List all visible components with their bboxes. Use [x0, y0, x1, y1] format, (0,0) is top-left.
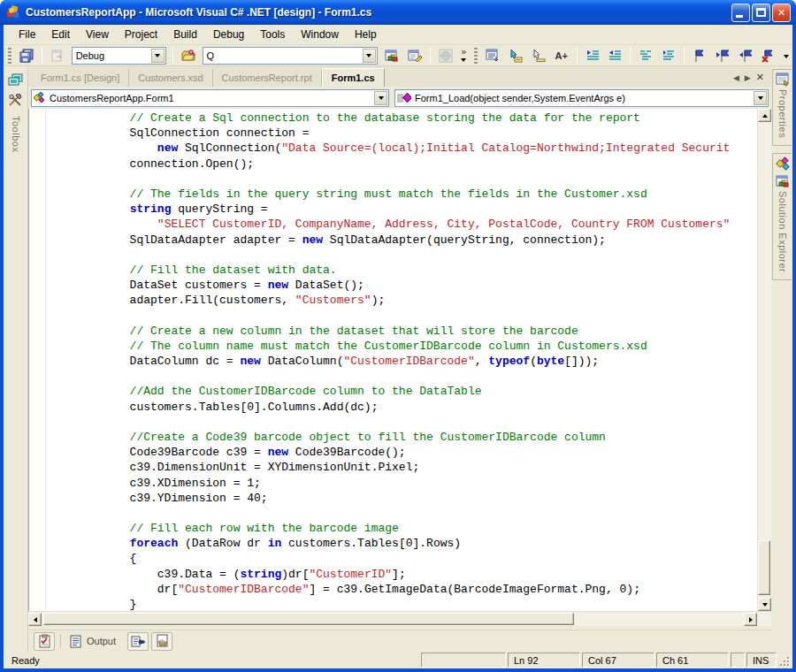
- previous-bookmark-button[interactable]: [735, 46, 756, 65]
- tab-customers-xsd[interactable]: Customers.xsd: [129, 69, 212, 87]
- toolbar-grip[interactable]: [8, 48, 11, 64]
- horizontal-scroll-thumb[interactable]: [43, 613, 574, 625]
- toolbox-label[interactable]: Toolbox: [11, 116, 21, 152]
- menu-item-view[interactable]: View: [78, 26, 117, 43]
- complete-word-button[interactable]: A+: [551, 46, 572, 65]
- toggle-bookmark-button[interactable]: [689, 46, 710, 65]
- code-line[interactable]: Code39Barcode c39 = new Code39Barcode();: [47, 446, 757, 461]
- code-line[interactable]: // Create a new column in the dataset th…: [47, 325, 757, 340]
- code-line[interactable]: adapter.Fill(customers, "Customers");: [47, 294, 757, 309]
- find-in-files-button[interactable]: [178, 46, 199, 65]
- code-line[interactable]: "SELECT CustomerID, CompanyName, Address…: [47, 218, 757, 233]
- tab-form1-cs-design[interactable]: Form1.cs [Design]: [32, 69, 129, 87]
- menu-item-project[interactable]: Project: [117, 26, 165, 43]
- code-line[interactable]: // The column name must match the Custom…: [47, 340, 757, 355]
- web-browser-button[interactable]: [435, 46, 456, 65]
- clear-bookmarks-button[interactable]: [757, 46, 778, 65]
- code-line[interactable]: DataColumn dc = new DataColumn("Customer…: [47, 355, 757, 370]
- tab-customersreport-rpt[interactable]: CustomersReport.rpt: [213, 69, 322, 87]
- toolbar-overflow2[interactable]: [780, 52, 792, 59]
- code-area[interactable]: // Create a Sql connection to the databa…: [47, 111, 757, 611]
- vertical-scroll-thumb[interactable]: [758, 540, 770, 595]
- menu-item-debug[interactable]: Debug: [205, 26, 252, 43]
- restore-button[interactable]: [752, 4, 770, 22]
- code-line[interactable]: [47, 507, 757, 522]
- menu-item-help[interactable]: Help: [347, 26, 385, 43]
- scroll-up-button[interactable]: [758, 109, 771, 122]
- save-all-button[interactable]: [16, 46, 37, 65]
- scroll-right-button[interactable]: [744, 613, 757, 626]
- uncomment-selection-button[interactable]: [658, 46, 679, 65]
- menu-item-build[interactable]: Build: [165, 26, 205, 43]
- solution-config-combo[interactable]: Debug: [72, 47, 166, 65]
- code-line[interactable]: [47, 172, 757, 187]
- tab-form1-cs[interactable]: Form1.cs: [322, 68, 385, 87]
- server-explorer-tab[interactable]: [5, 70, 27, 89]
- code-line[interactable]: //Create a Code39 barcode object to fill…: [47, 431, 757, 446]
- code-line[interactable]: // The fields in the query string must m…: [47, 187, 757, 202]
- code-line[interactable]: customers.Tables[0].Columns.Add(dc);: [47, 401, 757, 416]
- scroll-down-button[interactable]: [758, 598, 771, 611]
- code-line[interactable]: c39.DimensionUnit = XYDimensionUnit.Pixe…: [47, 461, 757, 476]
- member-list-button[interactable]: [482, 46, 503, 65]
- code-line[interactable]: dr["CustomerIDBarcode"] = c39.GetImageDa…: [47, 583, 757, 598]
- code-editor[interactable]: // Create a Sql connection to the databa…: [28, 109, 771, 611]
- quick-info-button[interactable]: [528, 46, 549, 65]
- properties-tab[interactable]: Properties: [772, 69, 792, 146]
- resize-grip[interactable]: [778, 653, 791, 668]
- code-line[interactable]: [47, 416, 757, 431]
- next-bookmark-button[interactable]: [712, 46, 733, 65]
- solution-explorer-button[interactable]: [381, 46, 402, 65]
- increase-indent-button[interactable]: [604, 46, 625, 65]
- code-line[interactable]: {: [47, 552, 757, 567]
- find-results-tab[interactable]: [127, 632, 149, 651]
- task-list-tab[interactable]: [34, 632, 55, 651]
- code-line[interactable]: c39.XDimension = 1;: [47, 477, 757, 492]
- close-button[interactable]: ✕: [772, 4, 791, 22]
- code-line[interactable]: DataSet customers = new DataSet();: [47, 279, 757, 294]
- code-line[interactable]: // Fill the dataset with data.: [47, 263, 757, 279]
- code-line[interactable]: foreach (DataRow dr in customers.Tables[…: [47, 537, 757, 552]
- code-line[interactable]: c39.Data = (string)dr["CustomerID"];: [47, 568, 757, 583]
- class-combo[interactable]: CustomersReportApp.Form1: [31, 89, 389, 107]
- output-tab[interactable]: Output: [66, 633, 125, 650]
- vertical-scrollbar[interactable]: [757, 109, 771, 611]
- method-combo-dropdown[interactable]: [754, 91, 767, 105]
- code-line[interactable]: SqlDataAdapter adapter = new SqlDataAdap…: [47, 233, 757, 248]
- properties-window-button[interactable]: [404, 46, 425, 65]
- menu-item-file[interactable]: File: [11, 26, 43, 43]
- pending-checkins-tab[interactable]: [151, 632, 172, 651]
- code-line[interactable]: SqlConnection connection =: [47, 126, 757, 141]
- code-line[interactable]: }: [47, 598, 757, 611]
- minimize-button[interactable]: [731, 4, 750, 22]
- code-line[interactable]: new SqlConnection("Data Source=(local);I…: [47, 141, 757, 157]
- code-line[interactable]: [47, 370, 757, 385]
- solution-explorer-label[interactable]: Solution Explorer: [777, 191, 788, 272]
- toolbar-grip2[interactable]: [474, 48, 478, 64]
- menu-item-window[interactable]: Window: [293, 26, 347, 43]
- code-line[interactable]: // Fill each row with the barcode image: [47, 522, 757, 537]
- navigate-forward-button[interactable]: [47, 46, 68, 65]
- code-line[interactable]: // Create a Sql connection to the databa…: [47, 111, 757, 126]
- properties-label[interactable]: Properties: [777, 89, 788, 138]
- code-line[interactable]: c39.YDimension = 40;: [47, 492, 757, 507]
- code-line[interactable]: connection.Open();: [47, 157, 757, 172]
- tab-close-button[interactable]: ✕: [756, 72, 764, 83]
- horizontal-scrollbar[interactable]: [28, 611, 771, 626]
- config-combo-dropdown[interactable]: [151, 49, 165, 63]
- menu-item-edit[interactable]: Edit: [43, 26, 78, 43]
- title-bar[interactable]: CustomersReportApp - Microsoft Visual C#…: [0, 0, 796, 25]
- class-combo-dropdown[interactable]: [374, 91, 387, 105]
- parameter-info-button[interactable]: [505, 46, 526, 65]
- code-line[interactable]: [47, 309, 757, 324]
- scroll-left-button[interactable]: [28, 613, 42, 626]
- toolbox-tab[interactable]: [5, 91, 27, 111]
- code-line[interactable]: [47, 248, 757, 263]
- method-combo[interactable]: Form1_Load(object sender,System.EventArg…: [394, 89, 769, 107]
- tab-scroll-forward-button[interactable]: ▶: [745, 73, 751, 82]
- search-command-combo[interactable]: Q: [203, 47, 378, 65]
- selection-margin[interactable]: [29, 109, 46, 611]
- solution-explorer-tab[interactable]: Solution Explorer: [772, 153, 792, 280]
- search-combo-dropdown[interactable]: [363, 49, 376, 63]
- toolbar-overflow-chevron[interactable]: »: [457, 49, 470, 63]
